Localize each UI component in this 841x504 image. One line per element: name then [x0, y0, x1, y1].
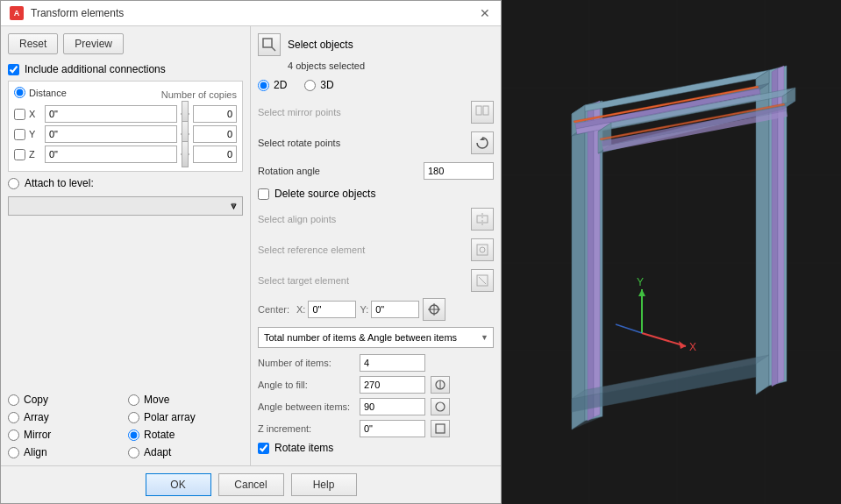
center-pick-icon [427, 302, 441, 316]
adapt-label: Adapt [144, 446, 171, 458]
delete-source-checkbox[interactable] [258, 188, 269, 200]
z-increment-label: Z increment: [258, 423, 354, 434]
svg-point-16 [436, 402, 445, 411]
z-increment-icon [434, 422, 446, 435]
rotation-angle-label: Rotation angle [258, 166, 418, 176]
distance-radio[interactable] [14, 87, 25, 98]
y-slider[interactable] [181, 133, 189, 135]
number-of-items-input[interactable] [360, 354, 425, 372]
reset-button[interactable]: Reset [8, 33, 58, 54]
attach-label: Attach to level: [25, 177, 94, 189]
select-reference-btn[interactable] [471, 238, 494, 261]
mode-dropdown[interactable]: Total number of items & Angle between it… [258, 327, 494, 348]
angle-to-fill-icon [434, 379, 446, 391]
help-button[interactable]: Help [291, 473, 357, 496]
svg-rect-18 [502, 0, 841, 504]
angle-between-input[interactable] [360, 398, 425, 415]
preview-button[interactable]: Preview [63, 33, 124, 54]
angle-between-row: Angle between items: [258, 398, 494, 415]
select-target-btn[interactable] [471, 269, 494, 292]
attach-dropdown[interactable]: ▼ [8, 196, 243, 216]
center-pick-btn[interactable] [423, 298, 445, 321]
svg-rect-2 [476, 106, 481, 115]
x-input[interactable] [45, 105, 177, 123]
svg-text:X: X [689, 341, 696, 353]
rotate-items-label: Rotate items [274, 442, 333, 454]
number-of-items-row: Number of items: [258, 354, 494, 372]
mode-dropdown-wrapper: Total number of items & Angle between it… [258, 327, 494, 348]
z-input[interactable] [45, 146, 177, 163]
3d-radio[interactable] [304, 80, 316, 91]
x-copies-input[interactable] [193, 105, 237, 123]
radio-move-item: Move [128, 394, 243, 406]
3d-viewport: X Y [502, 0, 841, 504]
y-copies-input[interactable] [193, 125, 237, 143]
radio-section: Copy Move Array Polar array Mirror [8, 394, 243, 458]
y-input[interactable] [45, 125, 177, 143]
adapt-radio[interactable] [128, 447, 139, 458]
angle-between-pick-btn[interactable] [431, 398, 450, 415]
polar-radio[interactable] [128, 412, 139, 423]
rotate-radio[interactable] [128, 429, 139, 441]
z-checkbox[interactable] [14, 149, 25, 160]
svg-line-10 [479, 277, 486, 284]
spacer [8, 221, 243, 385]
dialog-title: Transform elements [31, 7, 124, 19]
x-slider[interactable] [181, 113, 189, 115]
mirror-radio[interactable] [8, 429, 19, 441]
copy-label: Copy [24, 394, 48, 406]
select-mirror-btn[interactable] [471, 101, 494, 124]
align-radio[interactable] [8, 447, 19, 458]
rotate-items-checkbox[interactable] [258, 443, 269, 454]
select-objects-label: Select objects [288, 39, 353, 51]
x-checkbox[interactable] [14, 109, 25, 120]
z-copies-input[interactable] [193, 146, 237, 163]
radio-mirror-item: Mirror [8, 429, 123, 441]
angle-to-fill-input[interactable] [360, 376, 425, 394]
radio-rotate-item: Rotate [128, 429, 243, 441]
select-rotate-btn[interactable] [471, 131, 494, 154]
center-row: Center: X: Y: [258, 298, 494, 321]
polar-label: Polar array [144, 411, 196, 423]
close-button[interactable]: ✕ [478, 6, 492, 20]
2d-radio[interactable] [258, 80, 269, 91]
select-mirror-label: Select mirror points [258, 107, 466, 117]
center-x-input[interactable] [308, 301, 356, 318]
z-increment-input[interactable] [360, 420, 425, 437]
radio-align-item: Align [8, 446, 123, 458]
z-slider[interactable] [181, 153, 189, 155]
select-align-btn[interactable] [471, 208, 494, 231]
svg-rect-0 [263, 39, 272, 47]
right-panel: Select objects 4 objects selected 2D 3D … [251, 26, 501, 465]
array-radio[interactable] [8, 412, 19, 423]
select-rotate-icon [475, 136, 489, 150]
rotate-label: Rotate [144, 429, 175, 441]
cancel-button[interactable]: Cancel [218, 473, 284, 496]
select-objects-row: Select objects [258, 33, 494, 56]
include-connections-checkbox[interactable] [8, 64, 19, 75]
left-panel: Reset Preview Include additional connect… [1, 26, 251, 465]
viewport-svg: X Y [502, 0, 841, 504]
svg-line-1 [272, 47, 275, 51]
y-coord-row: Y [14, 125, 237, 143]
select-target-row: Select target element [258, 267, 494, 294]
dialog-footer: OK Cancel Help [1, 465, 501, 503]
ok-button[interactable]: OK [146, 473, 211, 496]
select-objects-icon-btn[interactable] [258, 33, 281, 56]
radio-polar-item: Polar array [128, 411, 243, 423]
center-y-input[interactable] [371, 301, 419, 318]
y-checkbox[interactable] [14, 129, 25, 140]
angle-to-fill-pick-btn[interactable] [431, 376, 450, 394]
rotation-angle-input[interactable] [424, 162, 494, 180]
app-icon: A [10, 6, 24, 20]
delete-source-row: Delete source objects [258, 186, 494, 202]
angle-to-fill-row: Angle to fill: [258, 376, 494, 394]
attach-radio[interactable] [8, 178, 19, 189]
move-radio[interactable] [128, 394, 139, 406]
3d-label: 3D [320, 79, 333, 91]
z-increment-pick-btn[interactable] [431, 420, 450, 437]
angle-between-label: Angle between items: [258, 401, 354, 412]
array-label: Array [24, 411, 49, 423]
dialog-body: Reset Preview Include additional connect… [1, 26, 501, 465]
copy-radio[interactable] [8, 394, 19, 406]
